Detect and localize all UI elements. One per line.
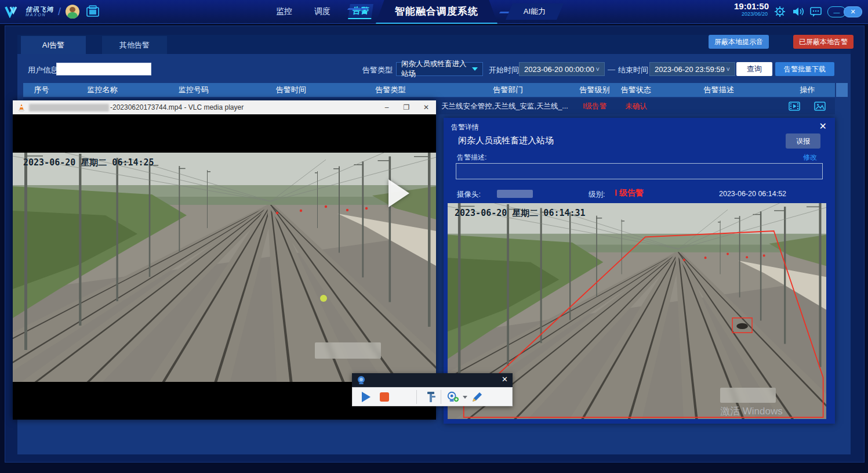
col-alarm-desc: 告警描述 [658, 85, 780, 95]
user-info-input[interactable] [56, 63, 151, 75]
false-report-button[interactable]: 误报 [786, 133, 820, 149]
measure-tool-icon[interactable] [424, 391, 437, 403]
pencil-icon[interactable] [471, 391, 484, 403]
avatar[interactable] [66, 5, 79, 19]
start-time-label: 开始时间 [489, 65, 519, 75]
vlc-titlebar[interactable]: -20230620173744.mp4 - VLC media player –… [13, 100, 436, 115]
play-overlay-icon[interactable] [388, 179, 409, 207]
mute-local-prompt-button[interactable]: 屏蔽本地提示音 [709, 35, 769, 49]
chevron-down-icon: ˅ [727, 66, 730, 73]
vlc-maximize-button[interactable]: ❐ [397, 100, 416, 114]
nav-dispatch[interactable]: 调度 [311, 5, 334, 19]
tab-other-alerts-label: 其他告警 [119, 40, 150, 50]
record-stop-icon[interactable] [378, 391, 391, 403]
screen: 佳讯飞鸿 MAXON / 监控 调度 告警 智能融合调度系统 AI能力 [0, 0, 868, 473]
alarm-desc-label: 告警描述: [457, 153, 486, 163]
muted-label: 已屏蔽本地告警 [799, 37, 848, 47]
table-header: 序号 监控名称 监控号码 告警时间 告警类型 告警部门 告警级别 告警状态 告警… [23, 83, 835, 97]
clock-date: 2023/06/20 [734, 12, 768, 17]
col-alarm-time: 告警时间 [242, 85, 340, 95]
nav-alert[interactable]: 告警 [348, 4, 373, 19]
download-label: 告警批量下载 [784, 64, 826, 74]
row-department: 天兰线安全管控,天兰线_安监,天兰线_... [441, 102, 575, 111]
title-block: 智能融合调度系统 [376, 0, 497, 24]
redacted-watermark [720, 388, 776, 403]
vlc-window: -20230620173744.mp4 - VLC media player –… [13, 100, 436, 420]
muted-local-alerts-button[interactable]: 已屏蔽本地告警 [793, 35, 854, 49]
row-status: 未确认 [614, 102, 658, 111]
minimize-glyph: — [834, 9, 840, 16]
app-title: 智能融合调度系统 [395, 5, 478, 18]
start-time-value: 2023-06-20 00:00:00 [524, 65, 594, 74]
camera-label: 摄像头: [457, 190, 481, 200]
close-button[interactable]: ✕ [844, 6, 862, 17]
col-monitor-name: 监控名称 [60, 85, 145, 95]
divider [441, 390, 441, 404]
end-time-value: 2023-06-20 23:59:59 [655, 65, 725, 74]
tab-ai-alerts[interactable]: AI告警 [21, 36, 86, 54]
activate-windows-watermark: 激活 Windows [720, 405, 783, 418]
webcam-add-icon[interactable] [446, 391, 459, 403]
tab-other-alerts[interactable]: 其他告警 [102, 36, 167, 54]
camera-timestamp: 2023-06-20 星期二 06:14:31 [455, 208, 586, 219]
message-icon[interactable] [809, 6, 822, 17]
recorder-body [352, 387, 513, 406]
brand: 佳讯飞鸿 MAXON / [5, 3, 100, 20]
brand-text: 佳讯飞鸿 MAXON [26, 6, 53, 17]
col-actions: 操作 [780, 85, 835, 95]
range-dash: — [608, 65, 615, 74]
recorder-toolbar: ✕ [352, 373, 513, 406]
chevron-down-icon[interactable] [462, 391, 468, 403]
ai-capability-label: AI能力 [524, 6, 546, 17]
alarm-type-value: 闲杂人员或牲畜进入站场 [401, 59, 472, 79]
brand-divider: / [58, 6, 61, 18]
alarm-type-label: 告警类型 [362, 65, 393, 75]
recorder-titlebar[interactable]: ✕ [352, 373, 513, 387]
close-glyph: ✕ [850, 8, 855, 16]
alarm-desc-input[interactable] [456, 163, 823, 179]
detail-close-icon[interactable]: ✕ [819, 121, 827, 132]
col-alarm-status: 告警状态 [614, 85, 658, 95]
clock-time: 19:01:50 [734, 2, 768, 12]
row-level: Ⅰ级告警 [575, 102, 614, 111]
redacted-filename [29, 104, 109, 111]
chevron-down-icon: ˅ [596, 66, 600, 73]
chevron-down-icon [472, 67, 478, 71]
col-alarm-type: 告警类型 [340, 85, 441, 95]
redacted-camera-name [497, 190, 533, 198]
top-bar: 佳讯飞鸿 MAXON / 监控 调度 告警 智能融合调度系统 AI能力 [0, 0, 868, 24]
modify-link[interactable]: 修改 [803, 153, 817, 163]
fax-phone-icon[interactable] [85, 5, 100, 18]
table-scrollbar[interactable] [836, 83, 848, 97]
user-info-label: 用户信息 [28, 65, 58, 75]
video-icon[interactable] [789, 102, 800, 111]
image-icon[interactable] [814, 102, 826, 111]
webcam-icon [356, 375, 366, 385]
recorder-close-icon[interactable]: ✕ [502, 375, 508, 384]
batch-download-button[interactable]: 告警批量下载 [775, 62, 834, 76]
vlc-close-button[interactable]: ✕ [416, 100, 436, 114]
mute-label: 屏蔽本地提示音 [714, 37, 763, 47]
divider [416, 390, 417, 404]
detail-panel-title: 告警详情 [451, 122, 479, 132]
end-time-label: 结束时间 [618, 65, 648, 75]
speaker-icon[interactable] [792, 6, 805, 17]
redacted-watermark [315, 342, 381, 359]
alarm-type-select[interactable]: 闲杂人员或牲畜进入站场 [396, 62, 483, 76]
end-time-select[interactable]: 2023-06-20 23:59:59 ˅ [649, 62, 735, 76]
nav-ai-capability[interactable]: AI能力 [506, 3, 564, 20]
query-button[interactable]: 查询 [736, 62, 772, 76]
level-label: 级别: [589, 190, 605, 200]
col-alarm-level: 告警级别 [575, 85, 614, 95]
col-index: 序号 [23, 85, 60, 95]
query-label: 查询 [747, 64, 762, 74]
record-play-icon[interactable] [359, 391, 372, 403]
start-time-select[interactable]: 2023-06-20 00:00:00 ˅ [519, 62, 605, 76]
vlc-minimize-button[interactable]: – [377, 100, 397, 114]
gear-icon[interactable] [773, 6, 786, 17]
deco-slash [347, 8, 368, 10]
top-nav: 监控 调度 告警 [273, 0, 372, 23]
nav-monitor[interactable]: 监控 [273, 5, 296, 19]
vlc-cone-icon [17, 103, 26, 111]
alarm-time: 2023-06-20 06:14:52 [719, 190, 786, 198]
